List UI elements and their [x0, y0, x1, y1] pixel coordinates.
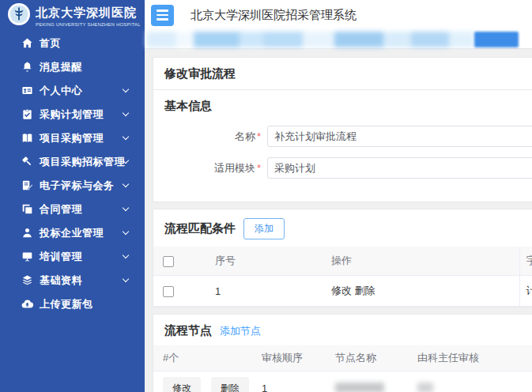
home-icon	[21, 37, 34, 50]
select-all-checkbox[interactable]	[163, 256, 174, 267]
column-idx: #个	[153, 345, 252, 371]
add-node-link[interactable]: 添加节点	[220, 324, 261, 338]
add-condition-button[interactable]: 添加	[243, 218, 285, 239]
user-icon	[21, 227, 34, 239]
sidebar-item-label: 项目采购招标管理	[40, 155, 125, 169]
chevron-down-icon	[123, 181, 129, 187]
name-field-row: 名称*	[153, 126, 532, 147]
sidebar-item-training-management[interactable]: 培训管理	[0, 245, 145, 269]
sidebar-item-procurement-plan[interactable]: 采购计划管理	[0, 103, 145, 126]
contract-icon	[21, 203, 34, 216]
sidebar-item-basic-data[interactable]: 基础资料	[0, 269, 145, 292]
name-field-label: 名称*	[153, 130, 267, 144]
required-asterisk: *	[257, 162, 261, 174]
main-area: 北京大学深圳医院招采管理系统 修改审批流程 基本信息 名称* 适	[145, 0, 532, 392]
layers-icon	[21, 274, 34, 287]
sidebar-item-label: 投标企业管理	[40, 226, 104, 240]
chevron-down-icon	[123, 110, 129, 116]
sidebar-item-label: 首页	[40, 36, 61, 51]
match-conditions-table: 序号 操作 字 1 修改 删除 计	[153, 247, 532, 307]
sidebar-item-label: 培训管理	[40, 250, 82, 264]
seq-cell: 1	[199, 276, 322, 307]
card-match-conditions: 流程匹配条件 添加 序号 操作 字 1 修改 删除	[153, 209, 532, 307]
chevron-down-icon	[123, 276, 129, 282]
sidebar-item-bidder-enterprise[interactable]: 投标企业管理	[0, 221, 145, 245]
chevron-down-icon	[123, 228, 129, 235]
sidebar-item-label: 个人中心	[40, 84, 82, 98]
gavel-icon	[21, 156, 34, 168]
modify-delete-links[interactable]: 修改 删除	[331, 285, 375, 296]
required-asterisk: *	[257, 130, 261, 142]
column-chief-review: 由科主任审核	[408, 345, 532, 371]
sidebar-item-label: 采购计划管理	[40, 107, 104, 122]
module-field-row: 适用模块*	[153, 157, 532, 179]
table-header-row: #个 审核顺序 节点名称 由科主任审核	[153, 345, 532, 371]
chevron-down-icon	[123, 86, 129, 92]
table-header-row: 序号 操作 字	[153, 247, 532, 276]
delete-node-button[interactable]: 删除	[211, 377, 249, 392]
sidebar-item-label: 消息提醒	[40, 60, 82, 74]
module-select[interactable]	[267, 157, 532, 179]
row-checkbox[interactable]	[163, 286, 174, 297]
column-actions: 操作	[322, 247, 519, 276]
sidebar-item-e-evaluation[interactable]: 电子评标与会务	[0, 174, 145, 198]
card-basic-info: 修改审批流程 基本信息 名称* 适用模块*	[153, 57, 532, 202]
sidebar-item-upload-update-package[interactable]: 上传更新包	[0, 292, 145, 316]
document-pen-icon	[21, 179, 34, 192]
presentation-icon	[21, 251, 34, 263]
sidebar-item-personal-center[interactable]: 个人中心	[0, 79, 145, 103]
sidebar-item-label: 项目采购管理	[40, 131, 104, 145]
sidebar-item-messages[interactable]: 消息提醒	[0, 55, 145, 79]
sidebar-item-home[interactable]: 首页	[0, 32, 145, 55]
sidebar-item-label: 基础资料	[40, 273, 82, 288]
match-conditions-section-title: 流程匹配条件	[164, 221, 236, 236]
process-nodes-table: #个 审核顺序 节点名称 由科主任审核 修改 删除 1	[153, 345, 532, 392]
hospital-name-en: PEKING UNIVERSITY SHENZHEN HOSPITAL	[36, 22, 141, 27]
process-nodes-section-title: 流程节点	[164, 323, 212, 338]
module-field-label: 适用模块*	[153, 161, 267, 175]
system-title: 北京大学深圳医院招采管理系统	[191, 8, 357, 23]
redacted-node-name	[335, 383, 384, 392]
order-cell: 1	[252, 371, 326, 392]
hospital-logo-header: 北京大学深圳医院 PEKING UNIVERSITY SHENZHEN HOSP…	[0, 0, 145, 32]
column-seq: 序号	[199, 247, 322, 276]
cloud-upload-icon	[21, 298, 34, 311]
column-node-name: 节点名称	[326, 345, 408, 371]
sidebar-menu: 首页 消息提醒 个人中心 采购计划管理 项目采购管理 项目采购招标管理	[0, 32, 145, 316]
sidebar-item-label: 电子评标与会务	[40, 179, 115, 193]
modify-node-button[interactable]: 修改	[163, 377, 201, 392]
column-partial: 字	[519, 247, 532, 276]
sidebar-item-label: 合同管理	[40, 202, 82, 217]
bell-icon	[21, 61, 34, 74]
sidebar-item-contract-management[interactable]: 合同管理	[0, 198, 145, 221]
chevron-down-icon	[123, 205, 129, 211]
id-card-icon	[21, 85, 34, 97]
sidebar-item-bidding-management[interactable]: 项目采购招标管理	[0, 150, 145, 174]
sidebar-item-label: 上传更新包	[40, 297, 93, 311]
partial-cell: 计	[519, 276, 532, 307]
basic-info-section-title: 基本信息	[164, 99, 212, 114]
hospital-logo-icon	[7, 2, 31, 29]
hamburger-menu-button[interactable]	[151, 5, 174, 26]
page-title: 修改审批流程	[153, 58, 532, 90]
clipboard-check-icon	[21, 108, 34, 121]
page-content: 修改审批流程 基本信息 名称* 适用模块* 流程匹配条件 添加	[145, 49, 532, 392]
sidebar: 北京大学深圳医院 PEKING UNIVERSITY SHENZHEN HOSP…	[0, 0, 145, 392]
table-row: 1 修改 删除 计	[153, 276, 532, 307]
column-order: 审核顺序	[252, 345, 326, 371]
table-row: 修改 删除 1	[153, 371, 532, 392]
card-process-nodes: 流程节点 添加节点 #个 审核顺序 节点名称 由科主任审核 修改	[153, 314, 532, 392]
name-input[interactable]	[267, 126, 532, 147]
book-icon	[21, 132, 34, 145]
redacted-active-tab[interactable]	[474, 32, 519, 47]
chevron-down-icon	[123, 252, 129, 258]
tab-bar	[145, 30, 532, 49]
redacted-chief-value	[417, 383, 433, 392]
hospital-name: 北京大学深圳医院	[36, 6, 141, 21]
redacted-tabs[interactable]	[146, 32, 474, 47]
top-header: 北京大学深圳医院招采管理系统	[145, 0, 532, 30]
sidebar-item-project-procurement[interactable]: 项目采购管理	[0, 126, 145, 150]
chevron-down-icon	[123, 134, 129, 140]
